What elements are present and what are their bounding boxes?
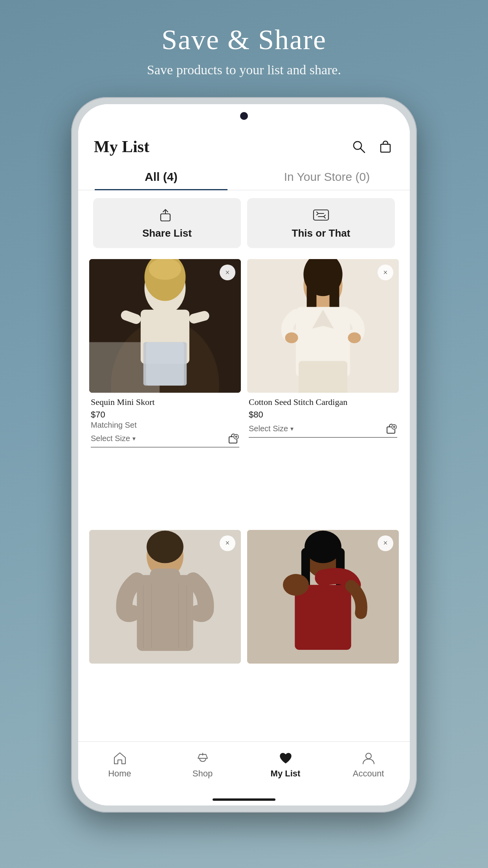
svg-point-0 [354,142,361,149]
phone-screen: My List [78,104,410,805]
top-bar: My List [78,128,410,162]
home-indicator-bar [213,798,275,801]
remove-button-4[interactable]: × [378,535,393,551]
product-name-1: Sequin Mini Skort [91,397,239,408]
nav-my-list[interactable]: My List [244,748,327,782]
remove-button-3[interactable]: × [220,535,235,551]
share-list-button[interactable]: Share List [93,198,241,248]
swap-icon [313,207,329,223]
product-info-1: Sequin Mini Skort $70 Matching Set Selec… [89,393,241,449]
svg-point-52 [283,574,309,596]
svg-rect-40 [150,568,180,590]
product-figure-2 [247,259,399,393]
action-buttons-row: Share List This or That [78,190,410,256]
svg-point-54 [366,753,371,759]
product-figure-1 [89,259,241,393]
products-grid: × Sequin Mini Skort $70 Matching Set Sel… [78,256,410,741]
product-price-2: $80 [249,410,397,420]
product-figure-3 [89,530,241,664]
svg-rect-51 [295,585,351,649]
tabs: All (4) In Your Store (0) [78,162,410,190]
svg-point-29 [285,333,298,344]
nav-my-list-label: My List [271,769,301,779]
product-card-4: × [244,527,402,741]
tab-in-store[interactable]: In Your Store (0) [244,162,410,190]
bag-button[interactable] [377,138,394,155]
product-tag-1: Matching Set [91,421,239,430]
share-icon [159,207,175,223]
svg-point-48 [305,531,341,563]
product-card-1: × Sequin Mini Skort $70 Matching Set Sel… [86,256,244,527]
header-section: Save & Share Save products to your list … [147,0,341,77]
nav-home-label: Home [108,769,131,779]
remove-button-2[interactable]: × [378,265,393,280]
product-info-2: Cotton Seed Stitch Cardigan $80 Select S… [247,393,399,439]
nav-account[interactable]: Account [327,748,410,782]
nav-account-label: Account [353,769,384,779]
product-image-2: × [247,259,399,393]
size-row-1: Select Size ▾ [91,433,239,447]
product-image-3: × [89,530,241,664]
size-select-2[interactable]: Select Size ▾ [249,424,294,433]
home-indicator [78,794,410,805]
remove-button-1[interactable]: × [220,265,235,280]
product-price-1: $70 [91,410,239,420]
product-card-3: × [86,527,244,741]
nav-shop[interactable]: Shop [161,748,244,782]
heart-icon [279,751,293,765]
nav-shop-label: Shop [193,769,213,779]
shop-icon [196,751,210,765]
svg-line-1 [361,149,365,153]
home-icon [113,751,127,765]
this-or-that-button[interactable]: This or That [247,198,395,248]
account-icon [361,751,376,765]
nav-home[interactable]: Home [78,748,161,782]
size-arrow-1: ▾ [132,435,136,442]
product-image-4: × [247,530,399,664]
app-title: My List [94,137,149,156]
bag-icon [378,140,393,154]
share-list-label: Share List [142,227,192,239]
app-content: My List [78,128,410,805]
search-icon [352,140,366,154]
top-icons [350,138,394,155]
this-or-that-label: This or That [292,227,350,239]
product-image-1: × [89,259,241,393]
page-subheadline: Save products to your list and share. [147,63,341,77]
bottom-nav: Home Shop [78,741,410,794]
add-to-bag-2[interactable] [385,423,397,435]
tab-all[interactable]: All (4) [78,162,244,190]
phone-frame: My List [71,97,417,813]
svg-point-15 [149,259,182,280]
svg-rect-3 [161,214,170,221]
size-select-1[interactable]: Select Size ▾ [91,434,136,443]
page-headline: Save & Share [147,24,341,56]
svg-point-38 [147,531,183,563]
camera-bar [78,104,410,128]
svg-rect-4 [314,210,328,220]
size-arrow-2: ▾ [290,425,294,432]
product-figure-4 [247,530,399,664]
svg-rect-2 [381,144,390,152]
add-to-bag-1[interactable] [227,433,239,445]
size-row-2: Select Size ▾ [249,423,397,438]
svg-point-30 [348,333,361,344]
product-card-2: × Cotton Seed Stitch Cardigan $80 Select… [244,256,402,527]
camera-dot [240,112,248,120]
svg-rect-28 [299,361,347,393]
svg-rect-11 [146,342,184,385]
search-button[interactable] [350,138,367,155]
product-name-2: Cotton Seed Stitch Cardigan [249,397,397,408]
